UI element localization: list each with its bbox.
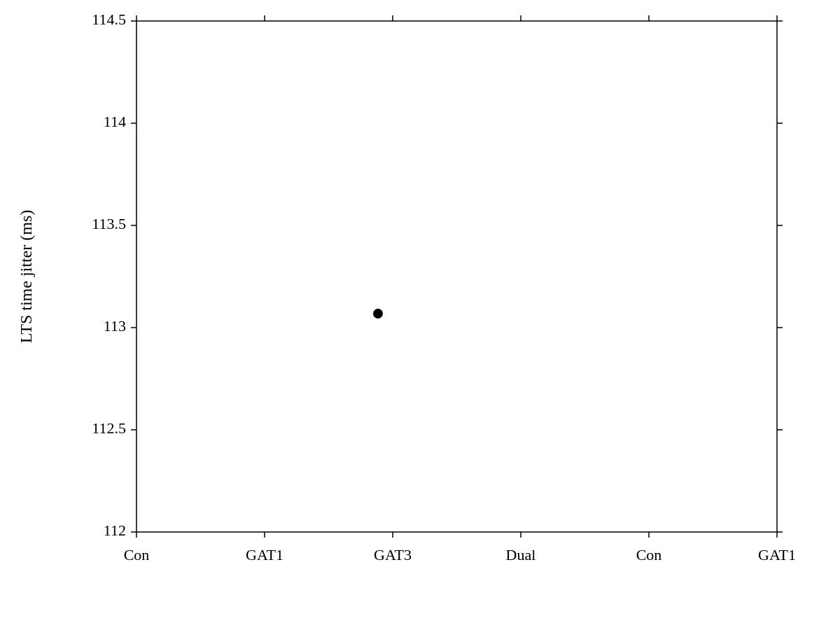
x-label-2: GAT3 (374, 546, 412, 564)
x-label-0: Con (124, 546, 150, 564)
chart-background (0, 0, 840, 630)
y-label-1145: 114.5 (92, 10, 126, 28)
y-label-1130: 113 (104, 317, 126, 335)
scatter-plot: 114.5 114 113.5 113 112.5 112 LTS time j… (0, 0, 840, 630)
x-label-4: Con (636, 546, 662, 564)
datapoint-gat3 (373, 309, 383, 318)
y-label-1125: 112.5 (92, 419, 126, 437)
x-label-5: GAT1 (758, 546, 796, 564)
y-axis-title: LTS time jitter (ms) (17, 210, 35, 343)
y-label-1140: 114 (104, 113, 126, 130)
x-label-1: GAT1 (246, 546, 284, 564)
chart-container: 114.5 114 113.5 113 112.5 112 LTS time j… (0, 0, 840, 630)
y-label-1120: 112 (104, 522, 126, 539)
y-label-1135: 113.5 (92, 215, 126, 232)
x-label-3: Dual (506, 546, 536, 564)
